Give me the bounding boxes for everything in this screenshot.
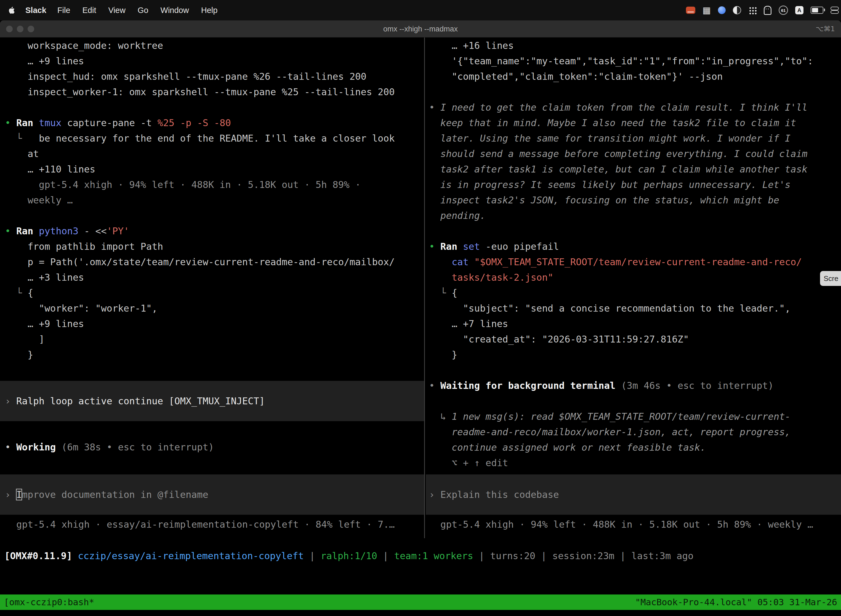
text-segment: be necessary for the end of the README. … (22, 133, 394, 144)
text-segment: at (5, 148, 39, 159)
input-source-icon[interactable]: A (795, 6, 803, 14)
circle-app-icon[interactable] (733, 6, 741, 14)
text-segment: pending. (429, 210, 486, 221)
terminal-line: gpt-5.4 xhigh · 94% left · 488K in · 5.1… (5, 177, 424, 192)
text-segment (5, 287, 16, 298)
terminal-line: inspect_worker-1: omx sparkshell --tmux-… (5, 84, 424, 100)
menu-edit[interactable]: Edit (82, 6, 96, 15)
text-segment: "subject": "send a concise recommendatio… (429, 303, 791, 314)
text-segment: • (5, 117, 16, 128)
terminal-line: "worker": "worker-1", (5, 301, 424, 316)
terminal-line: … +7 lines (429, 316, 841, 331)
text-segment: Working (16, 441, 56, 453)
menu-window[interactable]: Window (161, 6, 189, 15)
text-segment: | (614, 550, 631, 561)
tmux-pane-left[interactable]: workspace_mode: worktree … +9 lines insp… (0, 38, 424, 616)
screen-share-button[interactable]: Scre (820, 271, 841, 286)
menu-help[interactable]: Help (201, 6, 218, 15)
text-segment: … +7 lines (429, 318, 508, 329)
text-segment (429, 287, 440, 298)
terminal-line: task2 after task1 is complete, but can I… (429, 161, 841, 177)
menu-file[interactable]: File (57, 6, 70, 15)
dots-grid-icon[interactable] (748, 6, 757, 14)
text-segment (72, 550, 78, 561)
menu-go[interactable]: Go (138, 6, 148, 15)
text-segment: tmux (39, 117, 62, 128)
control-center-icon[interactable] (831, 6, 839, 14)
text-segment (429, 272, 452, 283)
app-menu[interactable]: Slack (25, 6, 46, 15)
prompt-right-text: › Explain this codebase (429, 487, 559, 502)
text-segment: › (5, 396, 16, 406)
text-segment: { (22, 287, 33, 298)
text-segment: mprove documentation in @filename (22, 489, 208, 500)
working-status: • Working (6m 38s • esc to interrupt) (5, 439, 424, 455)
text-segment: %25 -p -S -80 (158, 117, 231, 128)
text-segment: team:1 workers (394, 550, 473, 561)
text-segment: keep that in mind. Maybe I also need the… (429, 117, 796, 128)
terminal-line: at (5, 146, 424, 161)
screen-recording-icon[interactable] (686, 7, 695, 14)
text-segment: turns:20 (490, 550, 535, 561)
text-segment: cczip/essay/ai-reimplementation-copyleft (78, 550, 304, 561)
text-segment: I need to get the claim token from the c… (440, 102, 807, 113)
text-segment: continue assigned work or next feasible … (429, 442, 706, 453)
pane-divider[interactable] (424, 38, 425, 538)
text-segment: └ (16, 287, 22, 298)
text-segment: • (5, 226, 16, 236)
prompt-input-left[interactable]: › Improve documentation in @filename (0, 474, 424, 515)
text-segment: └ (16, 133, 22, 144)
terminal-line: ] (5, 331, 424, 347)
text-segment (457, 241, 463, 252)
tmux-session-label: [omx-cczip0:bash* (4, 594, 94, 610)
apple-menu-icon[interactable] (8, 6, 15, 14)
terminal-line: "subject": "send a concise recommendatio… (429, 301, 841, 316)
blue-app-icon[interactable] (718, 6, 726, 14)
terminal-line (5, 208, 424, 223)
text-segment: is in progress? It seems likely but perh… (429, 179, 791, 190)
terminal-line: … +110 lines (5, 161, 424, 177)
text-segment: • (429, 241, 440, 252)
menu-view[interactable]: View (108, 6, 126, 15)
text-segment: last:3m ago (631, 550, 693, 561)
inject-banner-text: › Ralph loop active continue [OMX_TMUX_I… (5, 393, 265, 409)
text-segment: inspect_hud: omx sparkshell --tmux-pane … (5, 71, 366, 82)
terminal-line (429, 362, 841, 378)
battery-icon[interactable] (811, 7, 823, 14)
prompt-left-text: › Improve documentation in @filename (5, 487, 208, 502)
text-segment: • (429, 380, 440, 391)
text-segment: "$OMX_TEAM_STATE_ROOT/team/review-curren… (474, 257, 802, 267)
text-segment: … +9 lines (5, 318, 84, 329)
prompt-input-right[interactable]: › Explain this codebase (426, 474, 841, 515)
window-title-bar: omx --xhigh --madmax ⌥⌘1 (0, 21, 841, 38)
terminal-line: is in progress? It seems likely but perh… (429, 177, 841, 192)
text-segment: gpt-5.4 xhigh · 94% left · 488K in · 5.1… (5, 179, 361, 190)
window-shortcut-badge: ⌥⌘1 (816, 21, 835, 38)
text-segment: Ralph loop active continue [OMX_TMUX_INJ… (16, 396, 265, 406)
terminal-line: • Ran python3 - <<'PY' (5, 223, 424, 239)
text-segment: › (5, 489, 16, 500)
terminal-line: readme-and-reco/mailbox/worker-1.json, a… (429, 424, 841, 440)
text-segment: 'PY' (107, 226, 129, 236)
battery-ring-icon[interactable]: 61 (779, 6, 788, 15)
text-segment: | (535, 550, 552, 561)
text-segment: | (304, 550, 321, 561)
text-segment (469, 257, 474, 267)
text-segment: from pathlib import Path (5, 241, 163, 252)
window-grid-icon[interactable] (702, 6, 711, 14)
text-segment (5, 133, 16, 144)
text-segment: … +110 lines (5, 164, 95, 175)
terminal-line: p = Path('.omx/state/team/review-current… (5, 254, 424, 270)
text-segment: tasks/task-2.json" (452, 272, 553, 283)
terminal-line: weekly … (5, 192, 424, 208)
text-segment: p = Path('.omx/state/team/review-current… (5, 257, 394, 267)
terminal-line: "completed","claim_token":"claim-token"}… (429, 69, 841, 84)
text-segment: I (16, 489, 22, 500)
tmux-status-bar: [omx-cczip0:bash* "MacBook-Pro-44.local"… (0, 594, 841, 610)
text-segment: Explain this codebase (440, 489, 559, 500)
text-segment: | (473, 550, 490, 561)
ghost-app-icon[interactable] (764, 6, 771, 15)
tmux-pane-right[interactable]: … +16 lines '{"team_name":"my-team","tas… (426, 38, 841, 616)
terminal-line: inspect task2's JSON, focusing on the st… (429, 192, 841, 208)
terminal-line: should send a message before completing … (429, 146, 841, 161)
